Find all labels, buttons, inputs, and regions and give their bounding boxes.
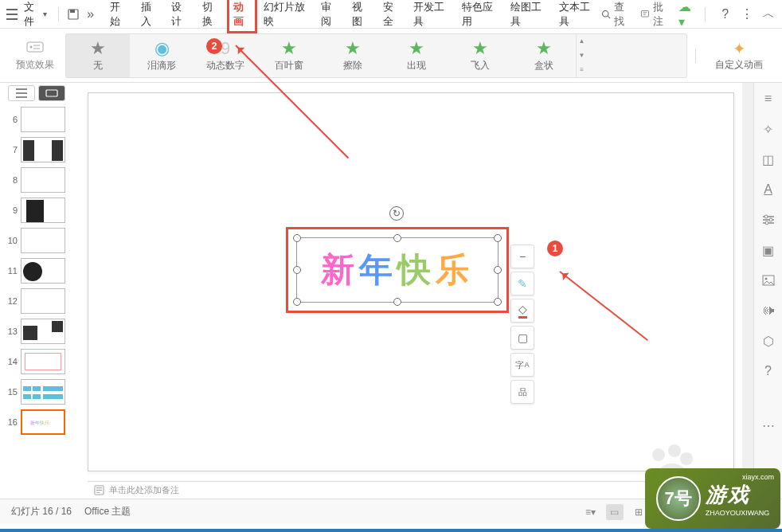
slide-indicator: 幻灯片 16 / 16 bbox=[11, 505, 72, 518]
more-layout-button[interactable]: 品 bbox=[510, 380, 534, 404]
anim-label: 无 bbox=[93, 59, 103, 72]
pen-button[interactable]: ✎ bbox=[510, 272, 534, 295]
menu-right: 查找 批注 ☁▾ ? ⋮ ︿ bbox=[601, 0, 776, 29]
more-icon[interactable]: » bbox=[84, 6, 97, 22]
resize-handle[interactable] bbox=[494, 266, 502, 274]
tab-security[interactable]: 安全 bbox=[377, 0, 408, 33]
anim-flyin[interactable]: ★ 飞入 bbox=[448, 34, 512, 77]
kebab-icon[interactable]: ⋮ bbox=[740, 6, 753, 22]
annotate-button[interactable]: 批注 bbox=[640, 0, 671, 29]
settings-icon[interactable] bbox=[759, 210, 778, 229]
resize-handle[interactable] bbox=[494, 298, 502, 306]
tab-review[interactable]: 审阅 bbox=[315, 0, 346, 33]
help-sidebar-icon[interactable]: ? bbox=[759, 362, 778, 381]
resize-handle[interactable] bbox=[494, 234, 502, 242]
image-icon[interactable] bbox=[759, 271, 778, 290]
file-menu[interactable]: 文件 bbox=[21, 0, 50, 29]
svg-point-15 bbox=[668, 444, 681, 457]
slide-thumb[interactable]: 15 bbox=[5, 379, 75, 405]
search-button[interactable]: 查找 bbox=[601, 0, 631, 29]
anim-wipe[interactable]: ★ 擦除 bbox=[321, 34, 385, 77]
tab-transition[interactable]: 切换 bbox=[196, 0, 227, 33]
tab-draw[interactable]: 绘图工具 bbox=[504, 0, 553, 33]
fill-button[interactable]: ◇ bbox=[510, 299, 534, 323]
slide-canvas[interactable]: ↻ 新年快乐 − ✎ ◇ ▢ 字 bbox=[88, 92, 734, 471]
custom-animation-button[interactable]: ✦ 自定义动画 bbox=[704, 34, 774, 76]
slide-list[interactable]: 6 7 8 9 10 11 12 13 14 15 16新年快乐 bbox=[0, 104, 80, 499]
tab-animation[interactable]: 动画 bbox=[227, 0, 258, 33]
collapse-ribbon-icon[interactable]: ︿ bbox=[762, 6, 776, 22]
help-icon[interactable]: ? bbox=[718, 6, 732, 22]
tab-design[interactable]: 设计 bbox=[165, 0, 196, 33]
tab-devtools[interactable]: 开发工具 bbox=[407, 0, 456, 33]
svg-point-10 bbox=[769, 218, 772, 221]
gallery-more-icon[interactable]: ≡ bbox=[577, 63, 587, 77]
slide-thumb[interactable]: 14 bbox=[5, 349, 75, 374]
slide-thumb[interactable]: 10 bbox=[5, 228, 75, 253]
font-icon[interactable]: A bbox=[759, 180, 778, 199]
bottom-accent bbox=[0, 529, 782, 532]
star-icon: ★ bbox=[345, 38, 361, 59]
anim-label: 泪滴形 bbox=[147, 59, 176, 72]
slide-thumb[interactable]: 13 bbox=[5, 319, 75, 344]
archive-icon[interactable]: ▣ bbox=[759, 241, 778, 260]
outline-button[interactable]: ▢ bbox=[510, 326, 534, 350]
notes-bar[interactable]: 单击此处添加备注 bbox=[88, 481, 734, 499]
anim-none[interactable]: ★ 无 bbox=[66, 34, 130, 77]
anim-box[interactable]: ★ 盒状 bbox=[512, 34, 576, 77]
svg-point-11 bbox=[765, 221, 768, 225]
anim-teardrop[interactable]: ◉ 泪滴形 bbox=[130, 34, 194, 77]
slide-thumb[interactable]: 9 bbox=[5, 198, 75, 223]
tab-special[interactable]: 特色应用 bbox=[456, 0, 504, 33]
zoom-out-button[interactable]: − bbox=[510, 244, 534, 268]
preview-button[interactable]: 预览效果 bbox=[8, 34, 62, 76]
text-wrap-button[interactable]: 字A bbox=[510, 353, 534, 377]
gallery-down-icon[interactable]: ▼ bbox=[577, 49, 587, 63]
save-icon[interactable] bbox=[67, 6, 80, 22]
thumbnail-toggle[interactable] bbox=[38, 85, 65, 101]
anim-dynamic-number[interactable]: 9 动态数字 bbox=[194, 34, 257, 77]
download-icon[interactable]: ⬡ bbox=[759, 331, 778, 350]
tab-insert[interactable]: 插入 bbox=[135, 0, 166, 33]
cloud-icon[interactable]: ☁▾ bbox=[678, 6, 692, 22]
anim-blinds[interactable]: ★ 百叶窗 bbox=[257, 34, 321, 77]
tab-view[interactable]: 视图 bbox=[346, 0, 377, 33]
anim-label: 出现 bbox=[407, 59, 426, 72]
selected-textbox[interactable]: 新年快乐 bbox=[286, 227, 509, 313]
resize-handle[interactable] bbox=[393, 234, 401, 242]
slide-thumb[interactable]: 6 bbox=[5, 107, 75, 132]
template-icon[interactable]: ◫ bbox=[759, 150, 778, 169]
tab-text[interactable]: 文本工具 bbox=[553, 0, 601, 33]
normal-view-icon[interactable]: ▭ bbox=[606, 504, 624, 520]
float-toolbar: − ✎ ◇ ▢ 字A 品 bbox=[510, 244, 534, 404]
gallery-up-icon[interactable]: ▲ bbox=[577, 34, 587, 49]
rotate-handle[interactable]: ↻ bbox=[389, 206, 404, 221]
slide-thumb[interactable]: 11 bbox=[5, 258, 75, 284]
svg-rect-4 bbox=[641, 10, 648, 16]
slide-thumb[interactable]: 16新年快乐 bbox=[5, 409, 75, 435]
anim-appear[interactable]: ★ 出现 bbox=[385, 34, 448, 77]
resize-handle[interactable] bbox=[293, 234, 301, 242]
slide-num: 11 bbox=[5, 266, 18, 276]
sound-icon[interactable]: 🕪 bbox=[759, 301, 778, 320]
menu-collapse-icon[interactable]: ≡ bbox=[759, 89, 778, 108]
outline-toggle[interactable] bbox=[8, 85, 35, 101]
align-menu[interactable]: ≡▾ bbox=[582, 504, 600, 520]
vertical-scrollbar[interactable] bbox=[742, 83, 753, 499]
tab-slideshow[interactable]: 幻灯片放映 bbox=[257, 0, 315, 33]
slide-thumb[interactable]: 7 bbox=[5, 137, 75, 162]
custom-anim-icon: ✦ bbox=[733, 39, 746, 58]
hamburger-icon[interactable] bbox=[6, 9, 18, 20]
resize-handle[interactable] bbox=[293, 266, 301, 274]
anim-label: 飞入 bbox=[471, 59, 490, 72]
magic-icon[interactable]: ✧ bbox=[759, 119, 778, 139]
gallery-scroll: ▲ ▼ ≡ bbox=[576, 34, 587, 77]
resize-handle[interactable] bbox=[393, 298, 401, 306]
more-sidebar-icon[interactable]: ⋯ bbox=[759, 416, 778, 435]
divider bbox=[58, 7, 59, 22]
tab-start[interactable]: 开始 bbox=[104, 0, 135, 33]
anim-label: 盒状 bbox=[534, 59, 553, 72]
slide-thumb[interactable]: 8 bbox=[5, 167, 75, 193]
resize-handle[interactable] bbox=[293, 298, 301, 306]
slide-thumb[interactable]: 12 bbox=[5, 288, 75, 314]
